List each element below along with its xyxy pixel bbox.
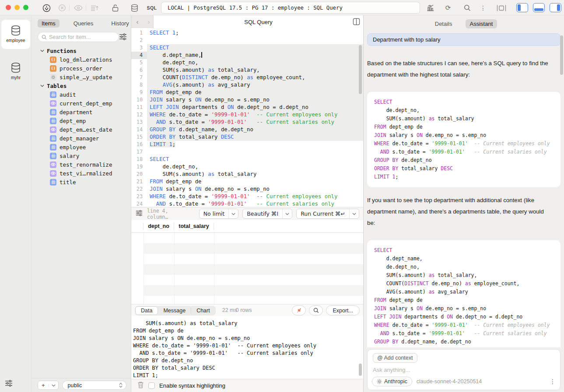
editor-line[interactable]: 13 AND s.to_date = '9999-01-01' -- Curre…: [131, 119, 363, 126]
split-view-icon[interactable]: [353, 18, 360, 27]
minimize-window-button[interactable]: [14, 5, 20, 10]
table-row[interactable]: [144, 264, 363, 275]
tree-item-table[interactable]: department: [32, 108, 131, 116]
schema-select[interactable]: public: [62, 381, 126, 390]
table-row[interactable]: [144, 275, 363, 285]
editor-scrollbar[interactable]: [359, 45, 362, 94]
assistant-composer[interactable]: @ Add context Ask anything... Anthropic …: [367, 349, 560, 390]
editor-line[interactable]: 23WHERE de.to_date = '9999-01-01' -- Cur…: [131, 193, 363, 200]
lock-icon[interactable]: [110, 3, 120, 13]
message-panel[interactable]: SUM(s.amount) as total_salaryFROM dept_e…: [131, 316, 363, 379]
tab-details[interactable]: Details: [431, 19, 457, 28]
filter-icon[interactable]: [119, 32, 127, 41]
tab-assistant[interactable]: Assistant: [466, 19, 497, 28]
beautify-button[interactable]: Beautify ⌘I: [242, 209, 292, 219]
tab-sql-query[interactable]: SQL Query: [153, 15, 363, 28]
editor-line[interactable]: 8 AVG(s.amount) as avg_salary: [131, 81, 363, 89]
zoom-window-button[interactable]: [23, 5, 28, 10]
tree-section-functions[interactable]: Functions: [32, 46, 131, 55]
forward-arrow-button[interactable]: ›: [144, 17, 153, 26]
chart-icon[interactable]: [426, 3, 435, 13]
trash-icon[interactable]: [137, 381, 144, 390]
tree-item-function[interactable]: ()log_dml…erations: [32, 55, 131, 64]
editor-line[interactable]: 1SELECT 1;: [131, 29, 363, 37]
eye-icon[interactable]: [74, 3, 83, 13]
kebab-icon[interactable]: ⋮: [478, 3, 488, 13]
toggle-left-panel-button[interactable]: [516, 3, 528, 12]
results-tab-data[interactable]: Data: [135, 306, 158, 315]
assistant-conversation[interactable]: Department with top salaryBased on the t…: [367, 33, 560, 347]
editor-line[interactable]: 20 SUM(s.amount) as total_salary: [131, 171, 363, 178]
run-current-button[interactable]: Run Current ⌘↵: [296, 209, 359, 219]
table-row[interactable]: [144, 254, 363, 264]
add-item-button[interactable]: +: [38, 381, 59, 390]
sidebar-tab-items[interactable]: Items: [38, 19, 60, 28]
results-tab-chart[interactable]: Chart: [191, 307, 215, 315]
toggle-bottom-panel-button[interactable]: [533, 3, 545, 12]
assistant-input[interactable]: Ask anything...: [373, 367, 555, 373]
kebab-icon[interactable]: ⋮: [550, 378, 556, 385]
tree-item-table[interactable]: salary: [32, 151, 131, 160]
tree-item-table[interactable]: dept_emp: [32, 116, 131, 125]
table-row[interactable]: [144, 243, 363, 254]
editor-line[interactable]: 5 de.dept_no,: [131, 59, 363, 66]
editor-line[interactable]: 3SELECT: [131, 44, 363, 52]
log-icon[interactable]: [90, 3, 99, 13]
editor-line[interactable]: 4 d.dept_name,: [131, 52, 363, 59]
tree-item-view[interactable]: current_dept_emp: [32, 99, 131, 108]
sql-editor[interactable]: 1SELECT 1;23SELECT4 d.dept_name,5 de.dep…: [131, 28, 363, 207]
tree-item-table[interactable]: dept_manager: [32, 134, 131, 143]
editor-line[interactable]: 16LIMIT 1;: [131, 141, 363, 148]
column-header-total-salary[interactable]: total_salary: [174, 223, 214, 230]
tree-section-tables[interactable]: Tables: [32, 81, 131, 90]
table-row[interactable]: [144, 285, 363, 296]
close-circle-icon[interactable]: [57, 3, 67, 13]
tree-item-table[interactable]: employee: [32, 143, 131, 151]
center-layout-icon[interactable]: [497, 3, 506, 13]
editor-line[interactable]: 17: [131, 148, 363, 156]
editor-line[interactable]: 7 COUNT(DISTINCT de.emp_no) as employee_…: [131, 74, 363, 81]
table-row[interactable]: [144, 233, 363, 243]
sidebar-tab-history[interactable]: History: [107, 19, 133, 28]
syntax-highlighting-checkbox[interactable]: [148, 382, 155, 389]
plug-icon[interactable]: [42, 3, 51, 13]
close-window-button[interactable]: [6, 5, 11, 10]
connection-item-employee[interactable]: employee: [1, 20, 30, 49]
editor-line[interactable]: 9FROM dept_emp de: [131, 89, 363, 96]
message-panel-scrollbar[interactable]: [359, 364, 362, 376]
tree-item-table[interactable]: title: [32, 178, 131, 186]
pin-button[interactable]: [292, 305, 306, 315]
refresh-icon[interactable]: ⟳: [443, 3, 453, 13]
search-icon[interactable]: [462, 3, 472, 13]
tree-item-view[interactable]: test_renormalize: [32, 160, 131, 169]
sliders-icon[interactable]: [135, 209, 143, 219]
connection-title-bar[interactable]: LOCAL | PostgreSQL 17.5 : PG 17 : employ…: [161, 2, 420, 14]
add-context-chip[interactable]: @ Add context: [373, 353, 417, 363]
editor-line[interactable]: 12WHERE de.to_date = '9999-01-01' -- Cur…: [131, 111, 363, 119]
tree-item-gear[interactable]: simple_…y_update: [32, 73, 131, 81]
export-button[interactable]: Export...: [326, 305, 360, 315]
editor-line[interactable]: 15ORDER BY total_salary DESC: [131, 133, 363, 141]
tree-item-view[interactable]: dept_em…est_date: [32, 125, 131, 134]
editor-line[interactable]: 18SELECT: [131, 156, 363, 163]
editor-line[interactable]: 21FROM dept_emp de: [131, 178, 363, 186]
editor-line[interactable]: 2: [131, 37, 363, 44]
search-results-button[interactable]: [309, 305, 323, 315]
sidebar-tab-queries[interactable]: Queries: [70, 19, 98, 28]
limit-select[interactable]: No limit: [199, 209, 238, 219]
assistant-scrollbar[interactable]: [560, 35, 563, 75]
sliders-icon[interactable]: [4, 379, 13, 388]
provider-select[interactable]: Anthropic: [372, 377, 412, 386]
editor-line[interactable]: 19 de.dept_no,: [131, 163, 363, 171]
editor-line[interactable]: 11LEFT JOIN departments d ON de.dept_no …: [131, 104, 363, 111]
editor-line[interactable]: 6 SUM(s.amount) as total_salary,: [131, 66, 363, 74]
back-arrow-button[interactable]: ‹: [133, 17, 142, 26]
database-icon[interactable]: [130, 3, 139, 13]
results-tab-message[interactable]: Message: [158, 307, 191, 315]
tree-item-view[interactable]: test_vi…rmalized: [32, 169, 131, 178]
editor-line[interactable]: 14GROUP BY d.dept_name, de.dept_no: [131, 126, 363, 133]
connection-item-myhr[interactable]: myhr: [1, 57, 30, 83]
results-grid[interactable]: dept_no total_salary: [131, 220, 363, 304]
editor-line[interactable]: 10JOIN salary s ON de.emp_no = s.emp_no: [131, 96, 363, 104]
editor-line[interactable]: 22JOIN salary s ON de.emp_no = s.emp_no: [131, 186, 363, 193]
